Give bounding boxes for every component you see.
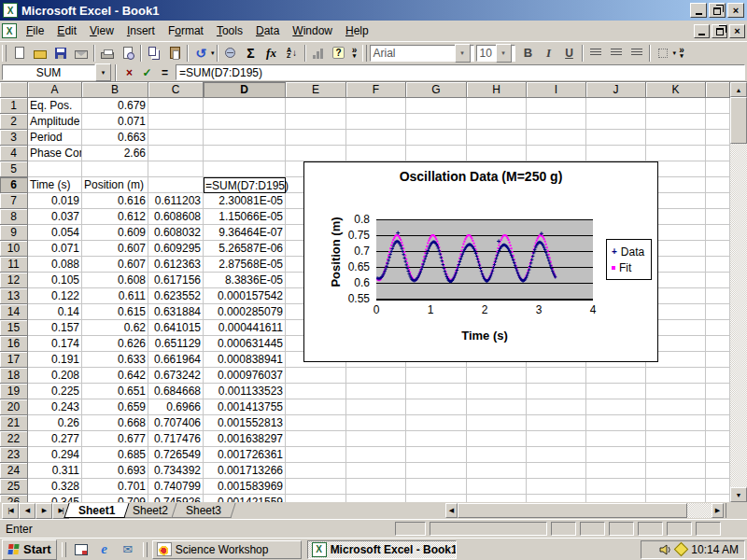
cell-C2[interactable] xyxy=(148,114,204,130)
cell-B5[interactable] xyxy=(82,161,148,177)
cell-K21[interactable] xyxy=(646,415,706,431)
cell-J19[interactable] xyxy=(586,384,646,399)
cell-K22[interactable] xyxy=(646,431,706,447)
cell-B16[interactable]: 0.626 xyxy=(82,336,148,352)
row-header-23[interactable]: 23 xyxy=(0,447,28,463)
cell-A14[interactable]: 0.14 xyxy=(28,304,82,320)
cell-J25[interactable] xyxy=(586,479,646,495)
cell-H4[interactable] xyxy=(467,146,527,161)
menu-data[interactable]: Data xyxy=(249,21,286,40)
cell-A9[interactable]: 0.054 xyxy=(28,225,82,241)
vertical-scroll-track[interactable] xyxy=(730,144,747,487)
previous-sheet-button[interactable]: ◀ xyxy=(19,503,35,519)
cell-C25[interactable]: 0.740799 xyxy=(148,479,204,495)
cell-I19[interactable] xyxy=(527,384,586,399)
column-header-K[interactable]: K xyxy=(646,82,706,98)
cell-D17[interactable]: 0.000838941 xyxy=(204,352,286,368)
cell-H21[interactable] xyxy=(467,415,527,431)
row-header-3[interactable]: 3 xyxy=(0,130,28,146)
cell-J4[interactable] xyxy=(586,146,646,161)
cell-K23[interactable] xyxy=(646,447,706,463)
cell-E25[interactable] xyxy=(286,479,346,495)
internet-explorer-button[interactable]: e xyxy=(94,540,115,559)
column-header-A[interactable]: A xyxy=(28,82,82,98)
row-header-21[interactable]: 21 xyxy=(0,415,28,431)
next-sheet-button[interactable]: ▶ xyxy=(35,503,52,519)
cell-B4[interactable]: 2.66 xyxy=(82,146,148,161)
cell-B25[interactable]: 0.701 xyxy=(82,479,148,495)
print-button[interactable] xyxy=(97,44,118,63)
cell-partial[interactable] xyxy=(706,177,730,193)
bold-button[interactable]: B xyxy=(518,44,539,63)
cell-G20[interactable] xyxy=(406,399,467,415)
row-header-12[interactable]: 12 xyxy=(0,273,28,288)
column-header-H[interactable]: H xyxy=(467,82,527,98)
cell-C24[interactable]: 0.734392 xyxy=(148,463,204,479)
cell-F20[interactable] xyxy=(346,399,406,415)
cell-I3[interactable] xyxy=(527,130,586,146)
cell-G21[interactable] xyxy=(406,415,467,431)
cell-C26[interactable]: 0.745926 xyxy=(148,495,204,502)
taskbar-grip[interactable] xyxy=(143,542,148,557)
row-header-14[interactable]: 14 xyxy=(0,304,28,320)
cell-G19[interactable] xyxy=(406,384,467,399)
cell-B7[interactable]: 0.616 xyxy=(82,193,148,209)
cell-J21[interactable] xyxy=(586,415,646,431)
horizontal-scrollbar[interactable]: ◀ ▶ xyxy=(445,503,724,518)
cell-D7[interactable]: 2.30081E-05 xyxy=(204,193,286,209)
autosum-button[interactable]: Σ xyxy=(241,44,261,63)
cell-K3[interactable] xyxy=(646,130,706,146)
row-header-10[interactable]: 10 xyxy=(0,241,28,257)
menu-edit[interactable]: Edit xyxy=(50,21,83,40)
cell-J3[interactable] xyxy=(586,130,646,146)
toolbar-grip[interactable] xyxy=(2,45,7,62)
copy-button[interactable] xyxy=(144,44,164,63)
cell-partial[interactable] xyxy=(706,320,730,336)
row-header-6[interactable]: 6 xyxy=(0,177,28,193)
cell-C21[interactable]: 0.707406 xyxy=(148,415,204,431)
chart-legend[interactable]: +DataFit xyxy=(606,239,652,280)
borders-button[interactable] xyxy=(653,44,673,63)
cell-partial[interactable] xyxy=(706,352,730,368)
cell-C20[interactable]: 0.6966 xyxy=(148,399,204,415)
cell-E3[interactable] xyxy=(286,130,346,146)
menu-view[interactable]: View xyxy=(83,21,120,40)
cell-B3[interactable]: 0.663 xyxy=(82,130,148,146)
cell-B26[interactable]: 0.709 xyxy=(82,495,148,502)
cell-H3[interactable] xyxy=(467,130,527,146)
cell-A21[interactable]: 0.26 xyxy=(28,415,82,431)
cell-D8[interactable]: 1.15066E-05 xyxy=(204,209,286,225)
first-sheet-button[interactable]: |◀ xyxy=(2,503,19,519)
cell-partial[interactable] xyxy=(706,447,730,463)
cell-J1[interactable] xyxy=(586,98,646,114)
cell-partial[interactable] xyxy=(706,241,730,257)
cell-D16[interactable]: 0.000631445 xyxy=(204,336,286,352)
row-header-17[interactable]: 17 xyxy=(0,352,28,368)
row-header-20[interactable]: 20 xyxy=(0,399,28,415)
paste-button[interactable] xyxy=(164,44,185,63)
cell-partial[interactable] xyxy=(706,98,730,114)
cell-C22[interactable]: 0.717476 xyxy=(148,431,204,447)
cell-A16[interactable]: 0.174 xyxy=(28,336,82,352)
row-header-13[interactable]: 13 xyxy=(0,288,28,304)
chart-object[interactable]: Oscillation Data (M=250 g) Position (m) … xyxy=(303,161,658,362)
cell-I21[interactable] xyxy=(527,415,586,431)
insert-hyperlink-button[interactable] xyxy=(220,44,241,63)
cell-G26[interactable] xyxy=(406,495,467,502)
cell-H19[interactable] xyxy=(467,384,527,399)
cell-E21[interactable] xyxy=(286,415,346,431)
row-header-22[interactable]: 22 xyxy=(0,431,28,447)
scroll-down-button[interactable]: ▼ xyxy=(730,487,747,502)
cell-C8[interactable]: 0.608608 xyxy=(148,209,204,225)
cell-D23[interactable]: 0.001726361 xyxy=(204,447,286,463)
cell-E24[interactable] xyxy=(286,463,346,479)
cell-partial[interactable] xyxy=(706,495,730,502)
cell-C23[interactable]: 0.726549 xyxy=(148,447,204,463)
row-header-24[interactable]: 24 xyxy=(0,463,28,479)
cell-A6[interactable]: Time (s) xyxy=(28,177,82,193)
column-header-J[interactable]: J xyxy=(586,82,646,98)
cell-A23[interactable]: 0.294 xyxy=(28,447,82,463)
cell-F24[interactable] xyxy=(346,463,406,479)
more-buttons-chevron[interactable]: »▾ xyxy=(349,48,360,59)
save-button[interactable] xyxy=(50,44,71,63)
